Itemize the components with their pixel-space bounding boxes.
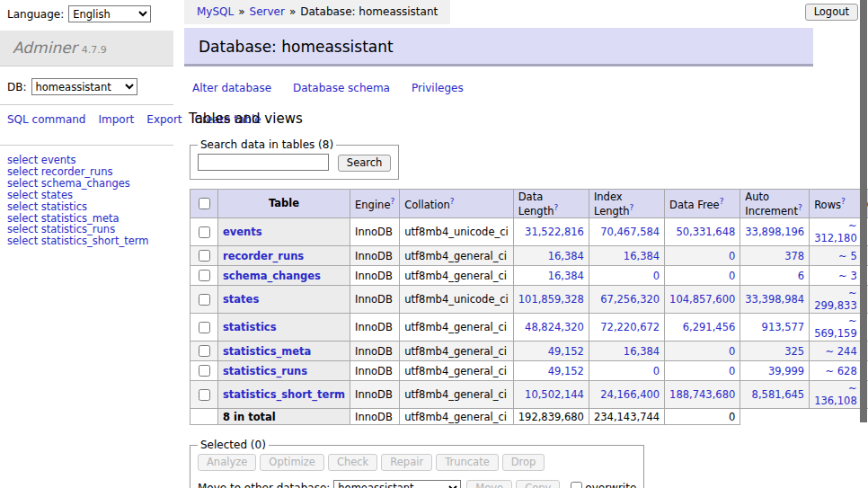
auto-increment-link[interactable]: 33,898,196 xyxy=(745,226,804,238)
data-length-link[interactable]: 49,152 xyxy=(548,365,584,377)
db-select[interactable]: homeassistant xyxy=(31,78,137,95)
search-input[interactable] xyxy=(198,154,329,171)
auto-increment-link[interactable]: 325 xyxy=(784,345,804,358)
data-length-link[interactable]: 16,384 xyxy=(548,270,584,282)
data-free-help-icon[interactable]: ? xyxy=(720,197,724,206)
table-name-link[interactable]: statistics_runs xyxy=(223,365,307,377)
table-name-link[interactable]: schema_changes xyxy=(223,270,321,282)
auto-increment-link[interactable]: 378 xyxy=(784,250,804,262)
auto-increment-link[interactable]: 8,581,645 xyxy=(752,388,805,401)
engine-help-icon[interactable]: ? xyxy=(390,197,394,206)
data-length-cell: 16,384 xyxy=(513,246,589,266)
sidebar-export-link[interactable]: Export xyxy=(146,113,182,126)
table-name-link[interactable]: statistics_meta xyxy=(223,345,311,358)
auto-increment-link[interactable]: 6 xyxy=(798,270,804,282)
row-checkbox[interactable] xyxy=(199,389,210,401)
data-length-link[interactable]: 31,522,816 xyxy=(525,226,584,238)
data-free-link[interactable]: 0 xyxy=(729,250,735,262)
table-name-link[interactable]: statistics_short_term xyxy=(223,388,345,401)
data-length-link[interactable]: 10,502,144 xyxy=(525,388,584,401)
data-free-link[interactable]: 0 xyxy=(729,365,735,377)
copy-button[interactable]: Copy xyxy=(516,480,560,488)
data-free-link[interactable]: 50,331,648 xyxy=(676,226,735,238)
row-checkbox[interactable] xyxy=(199,250,210,262)
data-free-link[interactable]: 6,291,456 xyxy=(683,321,736,333)
alter-database-link[interactable]: Alter database xyxy=(192,82,271,94)
breadcrumb-mysql-link[interactable]: MySQL xyxy=(197,5,234,18)
rows-count-link[interactable]: ~ 136,108 xyxy=(814,382,857,407)
row-checkbox[interactable] xyxy=(199,322,210,333)
rows-help-icon[interactable]: ? xyxy=(841,197,846,206)
row-checkbox[interactable] xyxy=(199,270,210,281)
auto-increment-help-icon[interactable]: ? xyxy=(798,203,802,212)
index-length-link[interactable]: 0 xyxy=(653,365,660,377)
search-button[interactable]: Search xyxy=(338,155,392,172)
sidebar-sql-command-link[interactable]: SQL command xyxy=(7,113,85,126)
move-button[interactable]: Move xyxy=(466,480,512,488)
auto-increment-link[interactable]: 39,999 xyxy=(768,365,804,377)
move-database-select[interactable]: homeassistant xyxy=(333,480,461,488)
repair-button[interactable]: Repair xyxy=(381,454,432,471)
rows-count-link[interactable]: ~ 299,833 xyxy=(814,287,857,312)
sidebar-select-events[interactable]: select events xyxy=(7,155,166,166)
auto-increment-cell: 33,398,984 xyxy=(740,286,810,314)
sidebar-select-statistics-short-term[interactable]: select statistics_short_term xyxy=(7,235,166,247)
language-select[interactable]: English xyxy=(68,5,151,22)
auto-increment-link[interactable]: 33,398,984 xyxy=(745,293,804,306)
data-free-link[interactable]: 188,743,680 xyxy=(669,388,735,401)
rows-count-link[interactable]: ~ 628 xyxy=(825,365,856,377)
index-length-help-icon[interactable]: ? xyxy=(630,203,634,212)
table-name-link[interactable]: events xyxy=(223,226,262,238)
row-checkbox[interactable] xyxy=(199,294,210,306)
index-length-link[interactable]: 24,166,400 xyxy=(600,388,660,401)
auto-increment-link[interactable]: 913,577 xyxy=(762,321,805,333)
data-length-link[interactable]: 49,152 xyxy=(548,345,584,358)
index-length-link[interactable]: 70,467,584 xyxy=(600,226,660,238)
collation-help-icon[interactable]: ? xyxy=(450,197,455,206)
rows-count-link[interactable]: ~ 569,159 xyxy=(814,315,857,340)
vertical-scrollbar[interactable] xyxy=(860,0,867,422)
drop-button[interactable]: Drop xyxy=(502,454,545,471)
index-length-link[interactable]: 72,220,672 xyxy=(600,321,660,333)
table-name-link[interactable]: recorder_runs xyxy=(223,250,304,262)
index-length-link[interactable]: 16,384 xyxy=(624,345,660,358)
table-name-link[interactable]: statistics xyxy=(223,321,277,333)
breadcrumb-server-link[interactable]: Server xyxy=(250,5,285,18)
privileges-link[interactable]: Privileges xyxy=(412,82,464,94)
database-schema-link[interactable]: Database schema xyxy=(293,82,390,94)
sidebar-import-link[interactable]: Import xyxy=(98,113,134,126)
index-length-cell: 70,467,584 xyxy=(589,218,664,246)
table-name-cell: states xyxy=(218,286,350,314)
data-free-link[interactable]: 104,857,600 xyxy=(669,293,735,306)
rows-count-link[interactable]: ~ 312,180 xyxy=(814,219,857,244)
adminer-logo-text[interactable]: Adminer xyxy=(13,39,77,57)
data-free-link[interactable]: 0 xyxy=(729,270,735,282)
row-checkbox[interactable] xyxy=(199,345,210,357)
rows-count-link[interactable]: ~ 244 xyxy=(825,345,856,358)
index-length-link[interactable]: 0 xyxy=(653,270,660,282)
row-checkbox[interactable] xyxy=(199,226,210,238)
check-button[interactable]: Check xyxy=(328,454,377,471)
rows-count-link[interactable]: ~ 5 xyxy=(838,250,857,262)
optimize-button[interactable]: Optimize xyxy=(260,454,324,471)
index-length-link[interactable]: 67,256,320 xyxy=(600,293,660,306)
row-checkbox[interactable] xyxy=(199,365,210,377)
index-length-link[interactable]: 16,384 xyxy=(624,250,660,262)
sidebar-select-states[interactable]: select states xyxy=(7,190,166,201)
data-length-help-icon[interactable]: ? xyxy=(554,203,558,212)
overwrite-checkbox[interactable] xyxy=(571,482,582,488)
truncate-button[interactable]: Truncate xyxy=(436,454,499,471)
sidebar-select-schema-changes[interactable]: select schema_changes xyxy=(7,178,166,190)
sidebar-select-statistics[interactable]: select statistics xyxy=(7,201,166,213)
data-length-link[interactable]: 16,384 xyxy=(548,250,584,262)
rows-count-link[interactable]: ~ 3 xyxy=(838,270,857,282)
data-length-link[interactable]: 48,824,320 xyxy=(525,321,584,333)
data-free-link[interactable]: 0 xyxy=(729,345,735,358)
select-all-checkbox[interactable] xyxy=(199,198,210,209)
table-row: states InnoDB utf8mb4_unicode_ci 101,859… xyxy=(190,286,868,314)
sidebar-select-recorder-runs[interactable]: select recorder_runs xyxy=(7,166,166,178)
table-total-row: 8 in total InnoDB utf8mb4_general_ci 192… xyxy=(190,409,868,425)
data-length-link[interactable]: 101,859,328 xyxy=(518,293,584,306)
table-name-link[interactable]: states xyxy=(223,293,259,306)
analyze-button[interactable]: Analyze xyxy=(198,454,256,471)
